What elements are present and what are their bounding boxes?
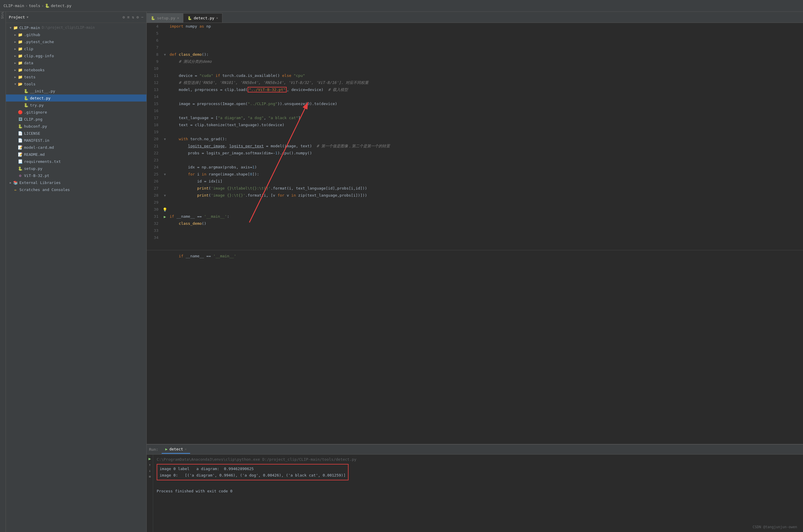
setup-tab-close[interactable]: ✕ — [177, 16, 179, 20]
code-row-7: 7 — [147, 44, 803, 51]
detect-tab-close[interactable]: ✕ — [216, 16, 218, 20]
titlebar-text: CLIP-main — [3, 3, 24, 8]
model-icon: ⚙ — [18, 173, 23, 178]
folder-icon: 📁 — [18, 68, 23, 72]
tree-item-gitignore[interactable]: 🔴 .gitignore — [6, 109, 147, 116]
sort-icon[interactable]: ⇅ — [132, 15, 134, 19]
tree-item-req[interactable]: 📃 requirements.txt — [6, 158, 147, 165]
tree-item-data[interactable]: ▶ 📁 data — [6, 59, 147, 66]
code-row-8: 8 ▼ def class_demo(): — [147, 51, 803, 58]
tree-item-clip[interactable]: ▶ 📁 clip — [6, 45, 147, 52]
root-path: D:\project_clip\CLIP-main — [42, 25, 95, 30]
bottom-panel: Run: ▶ detect ✕ ▶ ↑ ↓ ≡ C:\ProgramData\A… — [147, 444, 803, 532]
file-icon: 📄 — [18, 138, 23, 142]
tree-item-egg[interactable]: ▶ 📁 clip.egg-info — [6, 52, 147, 59]
run-icon: ▶ — [165, 447, 168, 451]
code-row-26: 26 id = idx[i] — [147, 178, 803, 185]
code-row-20: 20 ▼ with torch.no_grad(): — [147, 136, 803, 142]
code-editor: 4 import numpy as np 5 6 7 — [147, 23, 803, 444]
tree-item-license[interactable]: 📄 LICENSE — [6, 130, 147, 137]
code-row-32: 32 class_demo() — [147, 220, 803, 227]
tree-item-scratches[interactable]: ✏ Scratches and Consoles — [6, 186, 147, 193]
code-row-21: 21 logits_per_image, logits_per_text = m… — [147, 142, 803, 150]
titlebar-filename: detect.py — [51, 3, 71, 8]
tree-item-vit[interactable]: ⚙ ViT-B-32.pt — [6, 172, 147, 179]
code-scroll[interactable]: 4 import numpy as np 5 6 7 — [147, 23, 803, 444]
up-arrow-btn[interactable]: ↑ — [149, 463, 151, 467]
lib-icon: 📚 — [13, 180, 18, 185]
console-output-box: image 0 label a diagram: 0.99462890625 i… — [157, 464, 348, 480]
watermark: CSDN @tangjunjun-owen — [752, 525, 797, 529]
tree-item-manifest[interactable]: 📄 MANIFEST.in — [6, 137, 147, 144]
code-row-12: 12 # 模型选择['RN50', 'RN101', 'RN50x4', 'RN… — [147, 79, 803, 86]
md-icon: 📝 — [18, 152, 23, 157]
tab-bar: 🐍 setup.py ✕ 🐍 detect.py ✕ — [147, 12, 803, 23]
folder-icon: 📁 — [18, 33, 23, 37]
root-folder-icon: 📁 — [13, 25, 18, 30]
code-row-14: 14 — [147, 93, 803, 100]
console-command: C:\ProgramData\Anaconda3\envs\clip\pytho… — [157, 456, 800, 463]
tree-item-hubconf[interactable]: 🐍 hubconf.py — [6, 123, 147, 130]
down-arrow-btn[interactable]: ↓ — [149, 469, 151, 473]
tree-item-init[interactable]: 🐍 __init__.py — [6, 88, 147, 94]
code-row-11: 11 device = "cuda" if torch.cuda.is_avai… — [147, 72, 803, 79]
code-row-6: 6 — [147, 37, 803, 44]
tree-item-readme[interactable]: 📝 README.md — [6, 151, 147, 158]
console-output-line2: image 0: [('a diagram', 0.9946), ('a dog… — [159, 472, 346, 479]
folder-icon: 📁 — [18, 47, 23, 51]
tree-item-tests[interactable]: ▶ 📁 tests — [6, 73, 147, 80]
code-row-13: 13 model, preprocess = clip.load("../ViT… — [147, 86, 803, 93]
run-tab-close[interactable]: ✕ — [185, 448, 187, 451]
run-button[interactable]: ▶ — [149, 456, 151, 461]
panel-dropdown-icon[interactable]: ▼ — [27, 16, 28, 19]
code-row-30: 30 💡 — [147, 206, 803, 213]
minimize-icon[interactable]: − — [141, 15, 144, 19]
code-row-4: 4 import numpy as np — [147, 23, 803, 30]
tree-item-modelcard[interactable]: 📝 model-card.md — [6, 144, 147, 151]
py-icon: 🐍 — [23, 96, 29, 100]
code-row-28: 28 ▼ print('image {}:\t{}'.format(i, [v … — [147, 192, 803, 199]
folder-icon: 📁 — [18, 75, 23, 79]
panel-icons: ⚙ ≡ ⇅ ⚙ − — [122, 15, 144, 19]
tree-item-clipng[interactable]: 🖼 CLIP.png — [6, 116, 147, 123]
detect-tab-icon: 🐍 — [188, 16, 192, 20]
md-icon: 📝 — [18, 145, 23, 150]
code-row-35: if __name__ == '__main__' — [147, 250, 803, 260]
bottom-tab-detect[interactable]: ▶ detect ✕ — [162, 445, 190, 454]
code-row-16: 16 — [147, 108, 803, 114]
tree-item-extlibs[interactable]: ▶ 📚 External Libraries — [6, 179, 147, 186]
setup-tab-label: setup.py — [157, 16, 175, 20]
tab-setup[interactable]: 🐍 setup.py ✕ — [147, 13, 184, 23]
settings-icon[interactable]: ⚙ — [136, 15, 139, 19]
code-row-17: 17 text_language = ["a diagram", "a dog"… — [147, 114, 803, 121]
tree-root[interactable]: ▼ 📁 CLIP-main D:\project_clip\CLIP-main — [6, 24, 147, 31]
py-icon: 🐍 — [23, 103, 29, 108]
console-output-line1: image 0 label a diagram: 0.99462890625 — [159, 466, 346, 472]
code-row-25: 25 ▼ for i in range(image.shape[0]): — [147, 171, 803, 178]
code-row-22: 22 probs = logits_per_image.softmax(dim=… — [147, 150, 803, 157]
tree-item-notebooks[interactable]: ▶ 📁 notebooks — [6, 66, 147, 73]
panel-title: Project — [9, 15, 25, 19]
tree-item-setup[interactable]: 🐍 setup.py — [6, 165, 147, 172]
tree-item-detect[interactable]: 🐍 detect.py — [6, 94, 147, 101]
code-row-10: 10 — [147, 65, 803, 72]
tree-item-tools[interactable]: ▼ 📂 tools — [6, 80, 147, 88]
list-btn[interactable]: ≡ — [149, 474, 151, 479]
setup-tab-icon: 🐍 — [151, 16, 155, 20]
tree-item-pytest[interactable]: ▶ 📁 .pytest_cache — [6, 38, 147, 45]
gear-icon[interactable]: ⚙ — [122, 15, 125, 19]
code-row-31: 31 ▶ if __name__ == '__main__': — [147, 213, 803, 220]
console-area: C:\ProgramData\Anaconda3\envs\clip\pytho… — [153, 455, 803, 532]
structure-icon[interactable]: Structure — [1, 14, 5, 19]
list-icon[interactable]: ≡ — [127, 15, 130, 19]
code-row-33: 33 — [147, 227, 803, 234]
root-name: CLIP-main — [19, 25, 40, 30]
tree-item-try[interactable]: 🐍 try.py — [6, 101, 147, 109]
tab-detect[interactable]: 🐍 detect.py ✕ — [184, 13, 223, 23]
panel-header: Project ▼ ⚙ ≡ ⇅ ⚙ − — [6, 12, 147, 23]
titlebar: CLIP-main › tools › 🐍 detect.py — [0, 0, 803, 12]
code-row-24: 24 idx = np.argmax(probs, axis=1) — [147, 164, 803, 171]
folder-icon: 📁 — [18, 54, 23, 58]
tree-item-github[interactable]: ▶ 📁 .github — [6, 31, 147, 38]
code-row-5: 5 — [147, 30, 803, 37]
